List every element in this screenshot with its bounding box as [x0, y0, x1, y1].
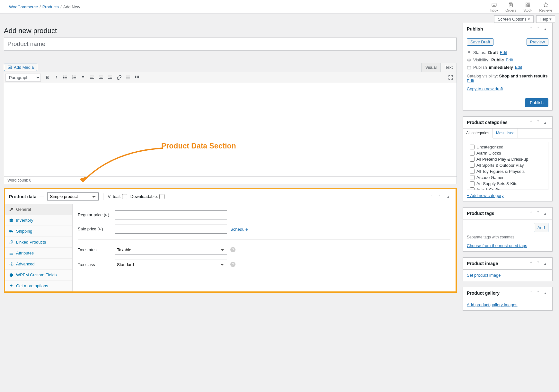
choose-tags-link[interactable]: Choose from the most used tags	[467, 243, 527, 248]
metabox-up-icon[interactable]: ˄	[428, 193, 435, 200]
category-item[interactable]: Arcade Games	[470, 174, 546, 181]
category-item[interactable]: Uncategorized	[470, 144, 546, 150]
pd-tab-shipping[interactable]: Shipping	[5, 226, 72, 237]
editor-tab-text[interactable]: Text	[441, 63, 457, 72]
metabox-up-icon[interactable]: ˄	[528, 26, 534, 32]
schedule-link[interactable]: Schedule	[230, 227, 248, 232]
metabox-down-icon[interactable]: ˅	[535, 260, 541, 267]
visibility-edit-link[interactable]: Edit	[506, 58, 513, 62]
copy-draft-link[interactable]: Copy to a new draft	[467, 86, 503, 91]
metabox-down-icon[interactable]: ˅	[535, 290, 541, 296]
category-item[interactable]: All Toy Figures & Playsets	[470, 168, 546, 174]
product-type-select[interactable]: Simple product	[47, 192, 99, 200]
add-media-button[interactable]: Add Media	[4, 64, 37, 71]
align-right-button[interactable]	[106, 73, 115, 82]
number-list-button[interactable]: 123	[70, 73, 79, 82]
metabox-down-icon[interactable]: ˅	[535, 26, 541, 32]
pd-tab-wpfm[interactable]: WPFM Custom Fields	[5, 270, 72, 281]
insert-more-button[interactable]	[124, 73, 133, 82]
italic-button[interactable]: I	[52, 73, 61, 82]
category-item[interactable]: All Sports & Outdoor Play	[470, 162, 546, 168]
fullscreen-icon	[448, 75, 454, 80]
category-item[interactable]: Art Supply Sets & Kits	[470, 181, 546, 187]
metabox-up-icon[interactable]: ˄	[528, 260, 534, 267]
add-category-link[interactable]: + Add new category	[467, 193, 504, 198]
pd-tab-inventory[interactable]: Inventory	[5, 215, 72, 226]
editor-content[interactable]	[4, 83, 457, 176]
metabox-up-icon[interactable]: ˄	[528, 290, 534, 296]
categories-list[interactable]: Uncategorized Alarm Clocks All Pretend P…	[467, 142, 548, 190]
metabox-up-icon[interactable]: ˄	[528, 119, 534, 126]
eye-icon	[467, 58, 471, 62]
category-item[interactable]: Alarm Clocks	[470, 150, 546, 156]
catalog-edit-link[interactable]: Edit	[467, 78, 474, 83]
category-item[interactable]: Arts & Crafts	[470, 187, 546, 190]
sparkle-icon	[9, 284, 13, 288]
quote-button[interactable]: ❝	[79, 73, 88, 82]
cat-tab-all[interactable]: All categories	[463, 129, 493, 138]
toolbar-toggle-button[interactable]	[133, 73, 142, 82]
category-item[interactable]: All Pretend Play & Dress-up	[470, 156, 546, 162]
downloadable-checkbox[interactable]	[159, 194, 164, 199]
editor-tab-visual[interactable]: Visual	[421, 63, 441, 72]
metabox-collapse-icon[interactable]: ▴	[542, 210, 548, 217]
topnav-orders[interactable]: Orders	[505, 2, 516, 12]
topnav-inbox[interactable]: Inbox	[490, 2, 498, 12]
help-icon[interactable]: ?	[230, 247, 235, 252]
metabox-collapse-icon[interactable]: ▴	[542, 26, 548, 32]
set-image-link[interactable]: Set product image	[467, 273, 501, 278]
metabox-down-icon[interactable]: ˅	[535, 119, 541, 126]
svg-rect-38	[9, 230, 12, 232]
pd-tab-general[interactable]: General	[5, 204, 72, 215]
cat-tab-most[interactable]: Most Used	[493, 129, 518, 138]
pd-tab-attributes[interactable]: Attributes	[5, 248, 72, 259]
align-center-button[interactable]	[97, 73, 106, 82]
svg-point-9	[63, 77, 64, 78]
virtual-checkbox[interactable]	[122, 194, 127, 199]
bold-button[interactable]: B	[43, 73, 52, 82]
link-button[interactable]	[115, 73, 124, 82]
screen-options-button[interactable]: Screen Options	[494, 15, 533, 23]
metabox-collapse-icon[interactable]: ▴	[445, 193, 452, 200]
inventory-icon	[9, 218, 13, 223]
svg-point-44	[11, 263, 12, 265]
bullet-list-icon	[62, 75, 68, 80]
save-draft-button[interactable]: Save Draft	[467, 38, 493, 46]
help-icon[interactable]: ?	[230, 262, 235, 267]
publish-date-edit-link[interactable]: Edit	[515, 65, 522, 70]
metabox-up-icon[interactable]: ˄	[528, 210, 534, 217]
pd-tab-linked[interactable]: Linked Products	[5, 237, 72, 248]
bullet-list-button[interactable]	[61, 73, 70, 82]
regular-price-input[interactable]	[115, 210, 227, 219]
metabox-down-icon[interactable]: ˅	[436, 193, 443, 200]
fullscreen-button[interactable]	[446, 73, 455, 82]
gallery-box: Product gallery ˄˅▴ Add product gallery …	[463, 287, 553, 311]
sale-price-input[interactable]	[115, 225, 227, 234]
add-tag-button[interactable]: Add	[534, 223, 548, 232]
preview-button[interactable]: Preview	[527, 38, 548, 46]
status-edit-link[interactable]: Edit	[500, 50, 507, 55]
breadcrumb-woocommerce[interactable]: WooCommerce	[9, 4, 38, 9]
add-gallery-link[interactable]: Add product gallery images	[467, 302, 518, 307]
downloadable-checkbox-label[interactable]: Downloadable:	[130, 194, 164, 199]
virtual-checkbox-label[interactable]: Virtual:	[108, 194, 127, 199]
tax-status-select[interactable]: Taxable	[115, 245, 227, 254]
topnav-reviews[interactable]: Reviews	[539, 2, 553, 12]
paragraph-select[interactable]: Paragraph	[5, 74, 41, 82]
metabox-collapse-icon[interactable]: ▴	[542, 119, 548, 126]
tag-input[interactable]	[467, 223, 532, 232]
product-name-input[interactable]	[4, 38, 457, 50]
help-button[interactable]: Help	[536, 15, 555, 23]
align-left-button[interactable]	[88, 73, 97, 82]
metabox-collapse-icon[interactable]: ▴	[542, 260, 548, 267]
publish-button[interactable]: Publish	[525, 98, 548, 107]
link-icon	[116, 75, 122, 80]
metabox-collapse-icon[interactable]: ▴	[542, 290, 548, 296]
breadcrumb-products[interactable]: Products	[42, 4, 59, 9]
pd-tab-more[interactable]: Get more options	[5, 281, 72, 291]
metabox-down-icon[interactable]: ˅	[535, 210, 541, 217]
tax-class-select[interactable]: Standard	[115, 260, 227, 269]
pd-tab-advanced[interactable]: Advanced	[5, 259, 72, 270]
topnav-stock[interactable]: Stock	[523, 2, 532, 12]
number-list-icon: 123	[71, 75, 77, 80]
